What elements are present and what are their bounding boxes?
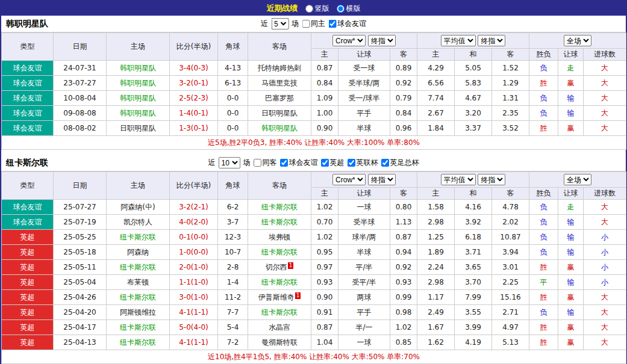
avg-time-select[interactable]: 终指 xyxy=(478,35,505,46)
average-select[interactable]: 平均值 xyxy=(441,35,476,46)
competition-type: 英超 xyxy=(2,275,54,290)
home-team-link[interactable]: 阿斯顿维拉 xyxy=(107,305,170,320)
filter-checkbox-1-1[interactable] xyxy=(280,159,288,167)
fulltime-select[interactable]: 全场 xyxy=(564,174,591,185)
avg-odds-draw: 3.92 xyxy=(455,215,492,230)
home-team-link[interactable]: 纽卡斯尔联 xyxy=(107,320,170,335)
filter-option-1-1[interactable]: 球会友谊 xyxy=(280,158,318,168)
vertical-radio[interactable] xyxy=(305,5,313,13)
avg-odds-home: 2.67 xyxy=(417,106,455,121)
recent-results-panel: 近期战绩 竖版 横版 韩职明星队 近 5 场 同主 球会友谊 xyxy=(0,0,627,364)
competition-type: 球会友谊 xyxy=(2,76,54,91)
handicap-line: 平手 xyxy=(338,305,390,320)
filter-label-1-1: 球会友谊 xyxy=(289,158,318,168)
match-score: 5-0(4-0) xyxy=(170,320,218,335)
subheader-7: 让球 xyxy=(558,49,584,61)
odds-time-select[interactable]: 终指 xyxy=(368,174,396,185)
result-handicap: 赢 xyxy=(558,76,584,91)
home-team-link[interactable]: 日职明星队 xyxy=(107,121,170,136)
result-goals: 大 xyxy=(584,200,626,215)
away-team-link[interactable]: 水晶宫 xyxy=(248,320,311,335)
handicap-line: 平/半 xyxy=(338,260,390,275)
home-team-link[interactable]: 阿森纳 xyxy=(107,245,170,260)
match-count-select[interactable]: 10 xyxy=(219,157,240,168)
handicap-odds-home: 1.02 xyxy=(311,200,338,215)
handicap-odds-away: 0.84 xyxy=(390,106,417,121)
home-team-link[interactable]: 阿森纳(中) xyxy=(107,200,170,215)
filter-option-1-4[interactable]: 英足总杯 xyxy=(381,158,419,168)
away-team-link[interactable]: 纽卡斯尔联 xyxy=(248,275,311,290)
away-team-link[interactable]: 纽卡斯尔联 xyxy=(248,305,311,320)
filter-option-1-0[interactable]: 同客 xyxy=(254,158,277,168)
handicap-odds-home: 0.93 xyxy=(311,275,338,290)
corner-score: 10-7 xyxy=(218,245,248,260)
match-date: 25-05-25 xyxy=(54,230,107,245)
home-team-link[interactable]: 纽卡斯尔联 xyxy=(107,230,170,245)
filter-option-1-2[interactable]: 英超 xyxy=(321,158,345,168)
home-team-link[interactable]: 凯尔特人 xyxy=(107,215,170,230)
filter-checkbox-0-0[interactable] xyxy=(302,20,310,28)
results-table: 类型日期主场比分(半场)角球客场 Crow* 终指 平均值 终指 全场 主让球客… xyxy=(1,171,626,364)
avg-odds-draw: 3.37 xyxy=(455,121,492,136)
odds-time-select[interactable]: 终指 xyxy=(368,35,396,46)
fulltime-header-cell: 全场 xyxy=(529,172,626,188)
average-select[interactable]: 平均值 xyxy=(441,174,476,185)
filter-checkbox-1-4[interactable] xyxy=(381,159,389,167)
home-team-link[interactable]: 韩职明星队 xyxy=(107,61,170,76)
filter-checkbox-1-0[interactable] xyxy=(254,159,261,167)
subheader-6: 胜负 xyxy=(529,188,558,200)
away-team-link[interactable]: 巴塞罗那 xyxy=(248,91,311,106)
away-team-link[interactable]: 日职明星队 xyxy=(248,106,311,121)
competition-type: 球会友谊 xyxy=(2,200,54,215)
home-team-link[interactable]: 纽卡斯尔联 xyxy=(107,260,170,275)
away-team-link[interactable]: 伊普斯维奇1 xyxy=(248,290,311,305)
bookmaker-select[interactable]: Crow* xyxy=(332,35,366,46)
away-team-link[interactable]: 托特纳姆热刺 xyxy=(248,61,311,76)
handicap-odds-away: 1.02 xyxy=(390,320,417,335)
result-wdl: 负 xyxy=(529,200,558,215)
horizontal-radio[interactable] xyxy=(337,5,345,13)
away-team-link[interactable]: 曼彻斯特联 xyxy=(248,335,311,350)
home-team-link[interactable]: 纽卡斯尔联 xyxy=(107,335,170,350)
away-team-link[interactable]: 马德里竞技 xyxy=(248,76,311,91)
result-handicap: 赢 xyxy=(558,290,584,305)
avg-odds-home: 1.67 xyxy=(417,320,455,335)
away-team-link[interactable]: 韩职明星队 xyxy=(248,121,311,136)
subheader-2: 客 xyxy=(390,188,417,200)
match-date: 10-08-04 xyxy=(54,91,107,106)
away-team-link[interactable]: 纽卡斯尔联 xyxy=(248,245,311,260)
away-team-link[interactable]: 切尔西1 xyxy=(248,260,311,275)
home-team-link[interactable]: 布莱顿 xyxy=(107,275,170,290)
home-team-link[interactable]: 韩职明星队 xyxy=(107,91,170,106)
home-team-link[interactable]: 纽卡斯尔联 xyxy=(107,290,170,305)
avg-odds-away: 3.94 xyxy=(492,245,529,260)
filter-option-1-3[interactable]: 英联杯 xyxy=(348,158,378,168)
corner-score: 0-0 xyxy=(218,106,248,121)
summary-row: 近5场,胜2平0负3, 胜率:40% 让胜率:40% 大率:100% 单率:80… xyxy=(2,136,626,150)
layout-horizontal-option[interactable]: 横版 xyxy=(337,4,361,14)
competition-type: 英超 xyxy=(2,245,54,260)
filter-checkbox-0-1[interactable] xyxy=(328,20,336,28)
away-team-link[interactable]: 纽卡斯尔联 xyxy=(248,200,311,215)
result-goals: 大 xyxy=(584,76,626,91)
handicap-odds-home: 0.84 xyxy=(311,76,338,91)
header-col-1: 日期 xyxy=(54,33,107,61)
filter-checkbox-1-2[interactable] xyxy=(321,159,329,167)
filter-option-0-0[interactable]: 同主 xyxy=(302,19,325,29)
near-label: 近 xyxy=(208,158,216,168)
filter-checkbox-1-3[interactable] xyxy=(348,159,355,167)
away-team-link[interactable]: 纽卡斯尔联 xyxy=(248,215,311,230)
match-score: 2-0(1-0) xyxy=(170,260,218,275)
avg-time-select[interactable]: 终指 xyxy=(478,174,505,185)
home-team-link[interactable]: 韩职明星队 xyxy=(107,106,170,121)
handicap-odds-away: 0.92 xyxy=(390,76,417,91)
avg-odds-away: 15.16 xyxy=(492,290,529,305)
result-wdl: 胜 xyxy=(529,320,558,335)
filter-option-0-1[interactable]: 球会友谊 xyxy=(328,19,366,29)
layout-vertical-option[interactable]: 竖版 xyxy=(305,4,329,14)
bookmaker-select[interactable]: Crow* xyxy=(332,174,366,185)
fulltime-select[interactable]: 全场 xyxy=(564,35,591,46)
home-team-link[interactable]: 韩职明星队 xyxy=(107,76,170,91)
away-team-link[interactable]: 埃弗顿 xyxy=(248,230,311,245)
match-count-select[interactable]: 5 xyxy=(271,18,289,29)
